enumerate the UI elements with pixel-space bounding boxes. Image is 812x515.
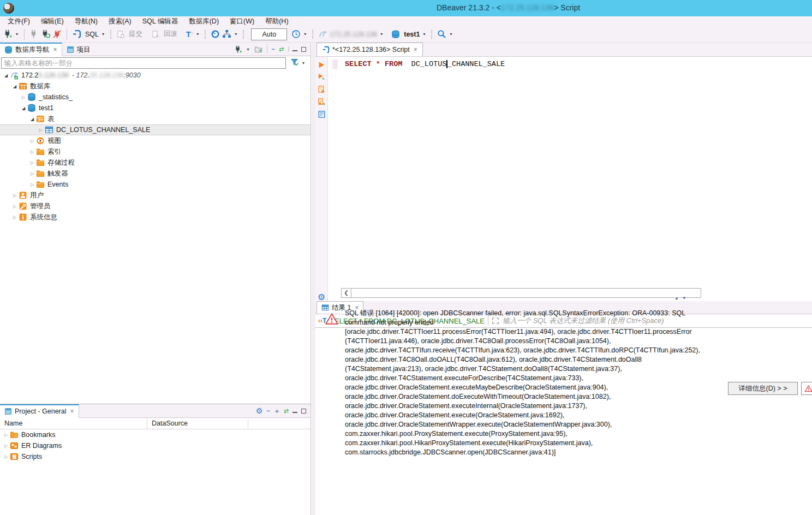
link-with-editor-icon[interactable]: ⇄ xyxy=(279,46,284,52)
tree-item-procedures[interactable]: ▷ 存储过程 xyxy=(0,157,311,168)
minimize-icon[interactable] xyxy=(292,47,297,51)
tree-item-test1-db[interactable]: ◢ test1 xyxy=(0,103,311,113)
expand-arrow-icon[interactable]: ▷ xyxy=(28,160,36,165)
filter-dropdown[interactable]: ▾ xyxy=(301,61,306,65)
menu-edit[interactable]: 编辑(E) xyxy=(35,16,69,26)
panel-divider[interactable] xyxy=(312,43,315,515)
expand-all-icon[interactable]: ＋ xyxy=(274,408,280,414)
horizontal-scrollbar[interactable]: ❮ xyxy=(341,288,701,298)
disconnect-button[interactable] xyxy=(52,29,62,39)
tree-item-triggers[interactable]: ▷ 触发器 xyxy=(0,168,311,179)
maximize-icon[interactable] xyxy=(301,47,306,52)
error-details-mini-button[interactable] xyxy=(801,382,812,395)
expand-arrow-icon[interactable]: ▷ xyxy=(28,182,36,187)
expand-arrow-icon[interactable]: ◢ xyxy=(20,106,27,111)
restore-panel-chevrons[interactable]: ▲▼ xyxy=(674,296,690,301)
expand-arrow-icon[interactable]: ▷ xyxy=(2,444,10,448)
search-dropdown[interactable]: ▾ xyxy=(449,32,453,37)
expand-arrow-icon[interactable]: ▷ xyxy=(11,215,19,220)
project-item-bookmarks[interactable]: ▷ Bookmarks xyxy=(0,429,311,440)
connection-selector[interactable]: 172.25.128.136 xyxy=(330,31,377,38)
gear-icon[interactable]: ⚙ xyxy=(256,407,263,415)
scroll-left-arrow[interactable]: ❮ xyxy=(342,289,351,297)
expand-arrow-icon[interactable]: ▷ xyxy=(11,204,19,209)
filter-funnel-icon[interactable] xyxy=(290,58,299,67)
schema-map-dropdown[interactable]: ▾ xyxy=(234,32,238,37)
execute-script-icon[interactable] xyxy=(318,85,326,93)
transaction-mode-dropdown[interactable]: ▾ xyxy=(195,32,200,37)
history-dropdown[interactable]: ▾ xyxy=(303,32,307,37)
minimize-icon[interactable] xyxy=(292,409,297,413)
new-folder-icon[interactable]: + xyxy=(254,45,262,53)
view-menu-icon[interactable]: ⁞ xyxy=(288,46,289,52)
tab-project-general[interactable]: Project - General × xyxy=(0,404,79,418)
project-item-scripts[interactable]: ▷ Scripts xyxy=(0,451,311,462)
schema-map-icon[interactable] xyxy=(222,29,231,39)
error-message-text[interactable]: SQL 错误 [1064] [42000]: open JDBCScanner … xyxy=(345,309,732,457)
column-header-datasource[interactable]: DataSource xyxy=(147,418,248,429)
collapse-all-icon[interactable]: − xyxy=(266,408,270,414)
menu-search[interactable]: 搜索(A) xyxy=(103,16,137,26)
new-connection-dropdown[interactable]: ▾ xyxy=(15,32,19,37)
expand-arrow-icon[interactable]: ▷ xyxy=(28,171,36,176)
expand-arrow-icon[interactable]: ▷ xyxy=(2,454,10,459)
auto-commit-button[interactable]: Auto xyxy=(251,28,287,40)
expand-arrow-icon[interactable]: ▷ xyxy=(28,139,36,143)
sql-editor-icon[interactable] xyxy=(72,29,81,39)
connection-selector-dropdown[interactable]: ▾ xyxy=(379,32,384,37)
tree-item-connection[interactable]: ◢ 172.25.128.136 - 172.25.128.136:9030 xyxy=(0,70,311,81)
explain-plan-icon[interactable] xyxy=(318,110,326,118)
expand-arrow-icon[interactable]: ▷ xyxy=(11,193,19,198)
project-item-er-diagrams[interactable]: ▷ ER Diagrams xyxy=(0,440,311,451)
tree-item-events[interactable]: ▷ Events xyxy=(0,179,311,190)
menu-navigate[interactable]: 导航(N) xyxy=(69,16,103,26)
sql-editor-dropdown[interactable]: ▾ xyxy=(101,32,105,37)
table-filter-input[interactable] xyxy=(1,57,286,69)
close-icon[interactable]: × xyxy=(70,408,74,415)
execute-statement-icon[interactable] xyxy=(318,61,325,69)
history-icon[interactable] xyxy=(291,29,301,39)
tab-sql-script[interactable]: *<172.25.128.136> Script × xyxy=(317,43,423,56)
details-button[interactable]: 详细信息(D) > > xyxy=(728,382,798,395)
close-icon[interactable]: × xyxy=(53,46,57,53)
tree-item-tables-folder[interactable]: ◢ 表 xyxy=(0,113,311,124)
menu-window[interactable]: 窗口(W) xyxy=(224,16,260,26)
expand-arrow-icon[interactable]: ▷ xyxy=(28,149,36,154)
tree-item-views[interactable]: ▷ 视图 xyxy=(0,135,311,146)
close-icon[interactable]: × xyxy=(414,46,417,53)
expand-arrow-icon[interactable]: ◢ xyxy=(2,73,10,78)
tree-item-admins[interactable]: ▷ 管理员 xyxy=(0,201,311,212)
reconnect-button[interactable] xyxy=(41,29,50,39)
expand-arrow-icon[interactable]: ▷ xyxy=(2,433,10,438)
search-icon[interactable] xyxy=(437,29,446,39)
tree-item-dc-lotus-channel-sale[interactable]: ▷ DC_LOTUS_CHANNEL_SALE xyxy=(0,124,311,135)
new-connection-mini-button[interactable]: + xyxy=(234,45,242,53)
database-selector-dropdown[interactable]: ▾ xyxy=(422,32,426,37)
tree-item-statistics-db[interactable]: ▷ _statistics_ xyxy=(0,92,311,103)
menu-database[interactable]: 数据库(D) xyxy=(183,16,224,26)
column-header-name[interactable]: Name xyxy=(0,418,147,429)
execute-new-tab-icon[interactable]: + xyxy=(318,73,325,81)
menu-sql-editor[interactable]: SQL 编辑器 xyxy=(137,16,184,26)
database-selector[interactable]: test1 xyxy=(404,31,420,38)
dashboard-icon[interactable] xyxy=(211,29,220,39)
tree-item-indexes[interactable]: ▷ 索引 xyxy=(0,146,311,157)
gear-icon[interactable]: ⚙ xyxy=(318,293,325,302)
connect-button[interactable] xyxy=(29,29,39,39)
sql-editor-label[interactable]: SQL xyxy=(85,31,99,38)
expand-arrow-icon[interactable]: ▷ xyxy=(37,128,45,133)
menu-help[interactable]: 帮助(H) xyxy=(260,16,294,26)
new-connection-button[interactable]: + xyxy=(3,29,13,39)
sql-code-line[interactable]: SELECT * FROM DC_LOTUS_CHANNEL_SALE xyxy=(345,60,505,68)
expand-arrow-icon[interactable]: ◢ xyxy=(11,84,19,89)
tab-projects[interactable]: 项目 xyxy=(62,43,95,56)
tab-database-navigator[interactable]: 数据库导航 × xyxy=(0,43,62,56)
sql-editor[interactable]: + + ⚙ ((|)) SELECT * FROM DC_LOTUS_CHANN… xyxy=(315,57,812,301)
menu-file[interactable]: 文件(F) xyxy=(2,16,35,26)
collapse-all-icon[interactable]: − xyxy=(272,46,275,52)
expand-arrow-icon[interactable]: ◢ xyxy=(28,117,36,122)
expand-arrow-icon[interactable]: ▷ xyxy=(20,95,27,100)
maximize-icon[interactable] xyxy=(301,409,306,414)
link-with-editor-icon[interactable]: ⇄ xyxy=(284,408,289,414)
tree-item-databases-folder[interactable]: ◢ 数据库 xyxy=(0,81,311,92)
